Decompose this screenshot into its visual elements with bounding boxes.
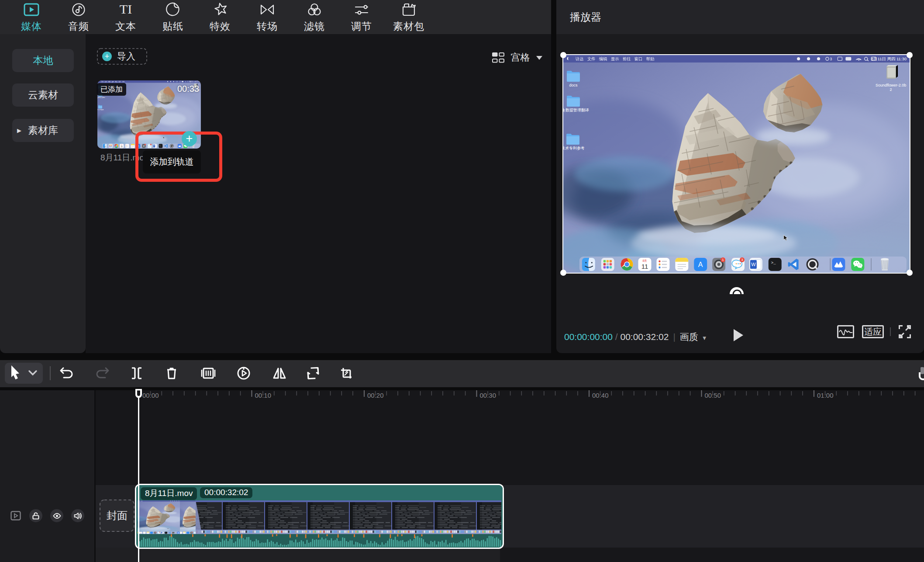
svg-text:TI: TI [120, 2, 132, 16]
